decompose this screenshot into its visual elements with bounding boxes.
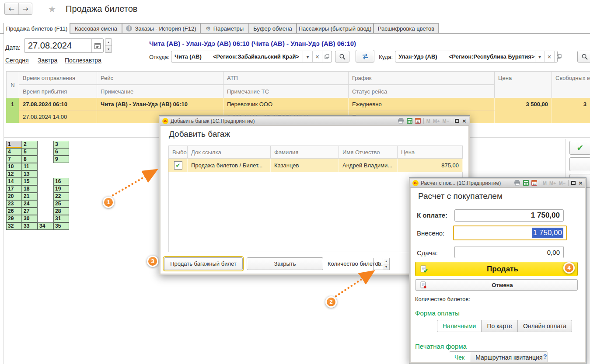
seat-1[interactable]: 1	[6, 141, 22, 148]
sell-baggage-ticket-button[interactable]: Продать багажный билет	[164, 257, 243, 270]
help-link[interactable]: ?	[543, 353, 547, 360]
tab-parameters[interactable]: ⚙ Параметры	[200, 23, 249, 33]
trip-route[interactable]: Чита (АВ) - Улан-Удэ (АВ) 06:10	[97, 98, 223, 111]
print-option-itinerary[interactable]: Маршрутная квитанция	[470, 352, 548, 362]
spin-down-icon[interactable]: ▾	[383, 264, 389, 270]
maximize-button[interactable]	[455, 118, 459, 124]
baggage-row-firstname[interactable]: Андрей Владими...	[339, 159, 398, 172]
link-tomorrow[interactable]: Завтра	[38, 57, 57, 64]
seat-3[interactable]: 3	[53, 141, 69, 148]
seat-10[interactable]: 10	[6, 163, 22, 170]
baggage-dialog-titlebar[interactable]: 1С Добавить багаж (1С:Предприятие) 31 M …	[160, 117, 469, 125]
seat-21[interactable]: 21	[22, 193, 38, 200]
trip-departure[interactable]: 27.08.2024 06:10	[19, 98, 97, 111]
to-combo[interactable]: Улан-Удэ (АВ) <Регион:Республика Бурятия…	[395, 51, 558, 62]
calculator-icon[interactable]	[407, 118, 412, 124]
side-button-2[interactable]	[569, 157, 590, 171]
memory-mplus-button[interactable]: M+	[549, 180, 556, 186]
seat-7[interactable]: 7	[6, 156, 22, 163]
seat-31[interactable]: 31	[53, 215, 69, 222]
payment-option-cash[interactable]: Наличными	[437, 320, 481, 332]
clear-icon[interactable]: ×	[312, 51, 322, 62]
payment-dialog-titlebar[interactable]: 1С Расчет с пок... (1С:Предприятие) 31 M…	[410, 179, 585, 187]
memory-m-button[interactable]: M	[426, 118, 430, 124]
tab-clipboard[interactable]: Буфер обмена	[249, 23, 297, 33]
tab-cash-shift[interactable]: Кассовая смена	[70, 23, 122, 33]
memory-mminus-button[interactable]: M−	[559, 180, 566, 186]
dropdown-icon[interactable]: ▾	[535, 51, 545, 62]
baggage-row-checkbox[interactable]: ✔	[174, 161, 182, 170]
spin-down-icon[interactable]: ▾	[105, 45, 112, 52]
open-icon[interactable]	[322, 51, 332, 62]
seat-15[interactable]: 15	[22, 178, 38, 185]
cancel-button[interactable]: Отмена	[415, 279, 578, 291]
seat-27[interactable]: 27	[22, 208, 38, 215]
forward-button[interactable]: →	[18, 3, 32, 14]
sell-button[interactable]: Продать	[415, 262, 578, 276]
seat-25[interactable]: 25	[53, 200, 69, 208]
seat-12[interactable]: 12	[6, 170, 22, 178]
seat-11[interactable]: 11	[22, 163, 38, 170]
seat-33[interactable]: 33	[22, 222, 38, 230]
baggage-row-price[interactable]: 875,00	[398, 159, 463, 172]
calendar-picker-icon[interactable]	[91, 39, 103, 52]
tab-color-legend[interactable]: Расшифровка цветов	[374, 23, 439, 33]
seat-29[interactable]: 29	[6, 215, 22, 222]
clear-icon[interactable]: ×	[545, 51, 554, 62]
seat-2[interactable]: 2	[22, 141, 38, 148]
baggage-row-lastname[interactable]: Казанцев	[271, 159, 339, 172]
trip-row-number[interactable]: 1	[6, 98, 19, 123]
memory-m-button[interactable]: M	[543, 180, 547, 186]
memory-mminus-button[interactable]: M−	[443, 118, 450, 124]
seat-20[interactable]: 20	[6, 193, 22, 200]
baggage-row-select-cell[interactable]: ✔	[168, 159, 188, 172]
close-button[interactable]: ×	[578, 180, 583, 186]
seat-13[interactable]: 13	[22, 170, 38, 178]
from-combo[interactable]: Чита (АВ) <Регион:Забайкальский Край> ▾ …	[171, 51, 332, 62]
trip-schedule[interactable]: Ежедневно	[349, 98, 495, 111]
seat-23[interactable]: 23	[6, 200, 22, 208]
payment-option-online[interactable]: Онлайн оплата	[517, 320, 572, 332]
spin-up-icon[interactable]: ▴	[383, 258, 389, 264]
tab-passengers-quick[interactable]: Пассажиры (быстрый ввод)	[297, 23, 374, 33]
seat-24[interactable]: 24	[22, 200, 38, 208]
baggage-row-doc[interactable]: Продажа билетов / Билет...	[188, 159, 271, 172]
seat-32[interactable]: 32	[6, 222, 22, 230]
calendar-icon[interactable]: 31	[415, 118, 421, 124]
seat-16[interactable]: 16	[53, 178, 69, 185]
favorite-star-icon[interactable]: ★	[48, 4, 56, 14]
due-input[interactable]	[455, 210, 563, 221]
seat-6[interactable]: 6	[53, 148, 69, 156]
link-after-tomorrow[interactable]: Послезавтра	[65, 57, 101, 64]
seat-4[interactable]: 4	[6, 148, 22, 156]
paid-field[interactable]: 1 750,00	[453, 225, 567, 240]
dropdown-icon[interactable]: ▾	[303, 51, 312, 62]
payment-option-card[interactable]: По карте	[481, 320, 517, 332]
seat-26[interactable]: 26	[6, 208, 22, 215]
tab-ticket-sales[interactable]: Продажа билетов (F11)	[3, 23, 70, 34]
trip-arrival[interactable]: 27.08.2024 14:00	[19, 111, 97, 123]
seat-9[interactable]: 9	[53, 156, 69, 163]
confirm-seats-button[interactable]: ✔	[569, 141, 590, 155]
close-baggage-dialog-button[interactable]: Закрыть	[247, 257, 323, 270]
seat-14[interactable]: 14	[6, 178, 22, 185]
swap-directions-button[interactable]	[356, 50, 374, 62]
trip-atp[interactable]: Перевозчик ООО	[223, 98, 349, 111]
ticket-qty-value[interactable]: 2	[374, 258, 383, 270]
seat-28[interactable]: 28	[53, 208, 69, 215]
seat-22[interactable]: 22	[53, 193, 69, 200]
seat-8[interactable]: 8	[22, 156, 38, 163]
trip-free-seats[interactable]: 3	[552, 98, 590, 123]
open-icon[interactable]	[554, 51, 564, 62]
calendar-icon[interactable]: 31	[531, 180, 537, 186]
calculator-icon[interactable]	[523, 180, 529, 186]
print-icon[interactable]	[514, 180, 520, 186]
link-today[interactable]: Сегодня	[5, 57, 29, 64]
tab-orders-history[interactable]: i Заказы - История (F12)	[122, 23, 200, 33]
seat-5[interactable]: 5	[22, 148, 38, 156]
maximize-button[interactable]	[571, 180, 576, 186]
seat-18[interactable]: 18	[22, 185, 38, 193]
seat-35[interactable]: 35	[53, 222, 69, 230]
back-button[interactable]: ←	[5, 3, 18, 14]
trip-price[interactable]: 3 500,00	[495, 98, 552, 123]
